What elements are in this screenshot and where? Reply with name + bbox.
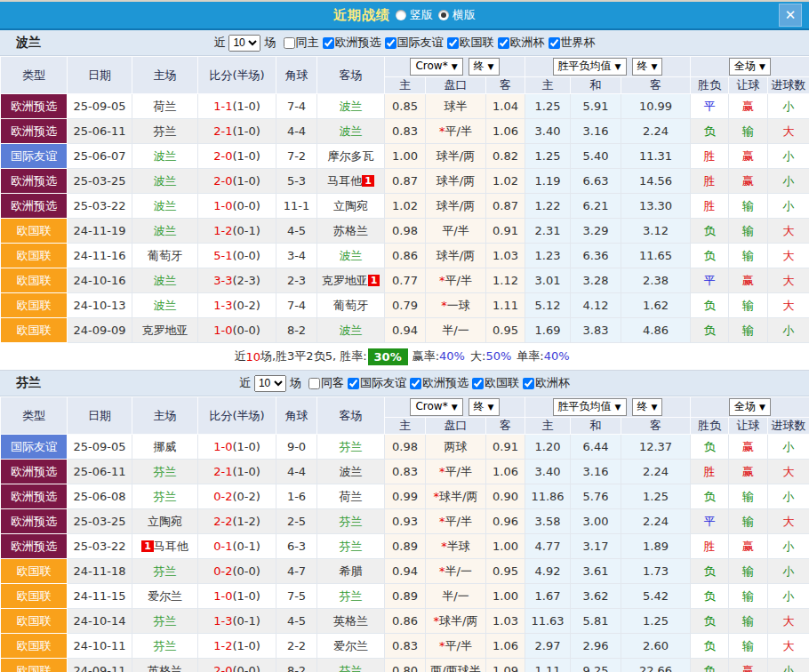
- section-bar: 波兰近10场 同主欧洲预选国际友谊欧国联欧洲杯世界杯: [0, 30, 809, 56]
- avg-draw: 3.29: [571, 219, 621, 244]
- handicap-cell: *球半/两: [426, 484, 486, 509]
- recent-count-select[interactable]: 10: [254, 375, 286, 392]
- same-venue-input[interactable]: [284, 37, 295, 49]
- avg-lose: 13.30: [621, 194, 691, 219]
- handicap-name: 半球: [447, 540, 470, 553]
- goals-outcome-cell: 小: [768, 559, 809, 584]
- match-date: 25-09-05: [68, 94, 132, 119]
- fulltime-score: 1-3: [213, 299, 232, 312]
- away-team-name: 英格兰: [333, 614, 368, 628]
- score-cell: 2-1(1-0): [198, 460, 276, 484]
- avg-win: 1.11: [525, 659, 571, 672]
- handicap-cell: *平/半: [426, 509, 486, 534]
- header-客场: 客场: [317, 57, 385, 94]
- home-team: 波兰: [132, 268, 198, 293]
- match-date: 24-11-18: [68, 559, 132, 584]
- scope-dropdown-cell: 全场▼: [691, 57, 809, 77]
- home-team: 芬兰: [132, 559, 198, 584]
- odds-away: 1.00: [486, 584, 525, 609]
- mean-final-dropdown[interactable]: 终▼: [632, 398, 663, 416]
- odds-company-dropdown[interactable]: Crow*▼: [410, 398, 462, 416]
- away-team: 波兰: [317, 119, 385, 144]
- table-row: 欧洲预选25-03-221马耳他0-1(0-1)6-3芬兰0.89*半球1.00…: [1, 534, 809, 559]
- avg-draw: 3.28: [571, 268, 621, 293]
- competition-input[interactable]: [498, 37, 509, 49]
- competition-input[interactable]: [549, 37, 560, 49]
- table-row: 欧国联24-11-19波兰1-2(0-1)4-5苏格兰0.98平/半0.912.…: [1, 219, 809, 244]
- competition-checkbox-欧国联[interactable]: 欧国联: [472, 375, 519, 391]
- competition-checkbox-国际友谊[interactable]: 国际友谊: [348, 375, 406, 391]
- competition-checkbox-国际友谊[interactable]: 国际友谊: [385, 35, 444, 51]
- same-venue-checkbox[interactable]: 同客: [308, 375, 344, 391]
- summary-stat-value: 40%: [439, 349, 465, 363]
- mean-dropdown[interactable]: 胜平负均值▼: [553, 398, 627, 416]
- layout-option-horizontal[interactable]: 横版: [438, 7, 476, 23]
- away-team-name: 希腊: [340, 564, 363, 578]
- header-客场: 客场: [317, 397, 385, 435]
- table-row: 欧国联24-10-11芬兰1-2(1-0)2-2爱尔兰0.83*平/半1.062…: [1, 634, 809, 659]
- handicap-outcome-cell: 赢: [729, 659, 768, 672]
- goals-outcome-cell: 小: [768, 435, 809, 460]
- recent-count-select[interactable]: 10: [228, 35, 260, 52]
- away-team-name: 立陶宛: [333, 199, 368, 212]
- close-icon[interactable]: ✕: [779, 4, 802, 27]
- scope-dropdown[interactable]: 全场▼: [729, 58, 771, 76]
- odds-away: 1.06: [486, 119, 525, 144]
- radio-vertical-label: 竖版: [410, 7, 433, 23]
- corners-cell: 7-5: [276, 584, 317, 609]
- handicap-outcome-cell: 赢: [729, 144, 768, 169]
- odds-home: 0.86: [385, 244, 426, 268]
- competition-checkbox-欧国联[interactable]: 欧国联: [447, 35, 494, 51]
- competition-checkbox-欧洲预选[interactable]: 欧洲预选: [410, 375, 469, 391]
- home-team-name: 芬兰: [154, 124, 177, 138]
- scope-dropdown[interactable]: 全场▼: [729, 398, 771, 416]
- handicap-outcome-cell: 赢: [729, 94, 768, 119]
- competition-input[interactable]: [348, 378, 359, 389]
- handicap-cell: *平/半: [426, 634, 486, 659]
- halftime-score: (1-0): [232, 589, 260, 603]
- competition-checkbox-欧洲杯[interactable]: 欧洲杯: [523, 375, 570, 391]
- home-team-name: 爱尔兰: [148, 589, 182, 603]
- avg-win: 1.20: [525, 435, 571, 460]
- layout-option-vertical[interactable]: 竖版: [396, 7, 433, 23]
- halftime-score: (2-3): [232, 274, 260, 287]
- radio-vertical-icon[interactable]: [396, 10, 406, 20]
- away-team: 芬兰: [317, 435, 385, 460]
- mean-dropdown[interactable]: 胜平负均值▼: [553, 58, 627, 76]
- radio-horizontal-icon[interactable]: [438, 10, 449, 20]
- mean-final-dropdown[interactable]: 终▼: [632, 58, 663, 76]
- same-venue-checkbox[interactable]: 同主: [284, 35, 319, 51]
- match-date: 25-03-22: [68, 194, 132, 219]
- match-type-badge: 欧国联: [1, 659, 68, 672]
- odds-company-dropdown[interactable]: Crow*▼: [410, 58, 462, 76]
- competition-checkbox-世界杯[interactable]: 世界杯: [549, 35, 596, 51]
- subheader-主: 主: [525, 77, 571, 94]
- same-venue-input[interactable]: [308, 378, 320, 389]
- halftime-score: (0-2): [232, 299, 260, 312]
- odds-final-dropdown-label: 终: [474, 60, 485, 72]
- outcome-cell: 负: [691, 318, 729, 343]
- goals-outcome-cell: 小: [768, 318, 809, 343]
- competition-input[interactable]: [385, 37, 396, 49]
- competition-input[interactable]: [472, 378, 484, 389]
- red-card-badge: 1: [368, 275, 380, 286]
- avg-draw: 9.25: [571, 659, 621, 672]
- match-date: 24-11-15: [68, 584, 132, 609]
- competition-checkbox-欧洲杯[interactable]: 欧洲杯: [498, 35, 545, 51]
- odds-away: 0.95: [486, 318, 525, 343]
- score-cell: 1-0(0-0): [198, 194, 276, 219]
- competition-checkbox-欧洲预选[interactable]: 欧洲预选: [323, 35, 381, 51]
- odds-final-dropdown[interactable]: 终▼: [469, 58, 500, 76]
- competition-input[interactable]: [523, 378, 534, 389]
- away-team: 爱尔兰: [317, 634, 385, 659]
- avg-draw: 3.17: [571, 534, 621, 559]
- goals-outcome-cell: 大: [768, 268, 809, 293]
- fulltime-score: 0-2: [213, 490, 232, 503]
- competition-input[interactable]: [323, 37, 334, 49]
- competition-input[interactable]: [410, 378, 421, 389]
- competition-input[interactable]: [447, 37, 459, 49]
- home-team-name: 芬兰: [154, 614, 177, 628]
- odds-final-dropdown[interactable]: 终▼: [469, 398, 500, 416]
- match-type-badge: 欧国联: [1, 318, 68, 343]
- handicap-name: 平/半: [442, 224, 469, 237]
